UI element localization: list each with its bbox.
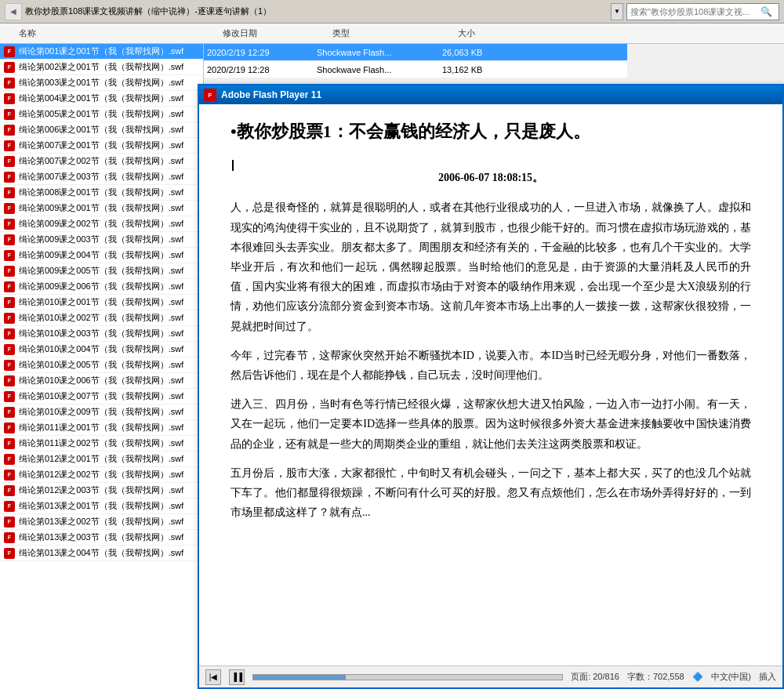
file-name-label: 缉论第010课之007节（我（我帮找网）.swf bbox=[19, 390, 183, 402]
file-name-label: 缉论第007课之003节（我（我帮找网）.swf bbox=[19, 171, 183, 183]
flash-titlebar: F Adobe Flash Player 11 bbox=[199, 85, 782, 104]
file-list-item[interactable]: F缉论第010课之001节（我（我帮找网）.swf bbox=[0, 295, 203, 310]
file-name-label: 缉论第010课之003节（我（我帮找网）.swf bbox=[19, 328, 183, 339]
file-name-label: 缉论第009课之002节（我（我帮找网）.swf bbox=[19, 218, 183, 230]
file-name-label: 缉论第013课之002节（我（我帮找网）.swf bbox=[19, 516, 183, 528]
file-2-date: 2020/2/19 12:28 bbox=[207, 65, 317, 74]
flash-para-2: 今年，过完春节，这帮家伙突然开始不断骚扰本ID，说要入市。本ID当时已经无暇分身… bbox=[230, 346, 751, 385]
file-list-item[interactable]: F缉论第007课之001节（我（我帮找网）.swf bbox=[0, 138, 203, 154]
file-list-item[interactable]: F缉论第007课之003节（我（我帮找网）.swf bbox=[0, 169, 203, 185]
file-name-label: 缉论第003课之001节（我（我帮找网）.swf bbox=[19, 77, 183, 89]
file-name-label: 缉论第010课之004节（我（我帮找网）.swf bbox=[19, 343, 183, 355]
file-list-item[interactable]: F缉论第009课之006节（我（我帮找网）.swf bbox=[0, 279, 203, 295]
file-detail-row-2[interactable]: 2020/2/19 12:28 Shockwave Flash... 13,16… bbox=[204, 61, 627, 78]
col-size-header[interactable]: 大小 bbox=[458, 27, 536, 39]
status-prev-btn[interactable]: |◀ bbox=[205, 669, 221, 685]
file-list-item[interactable]: F缉论第003课之001节（我（我帮找网）.swf bbox=[0, 75, 203, 91]
file-list-item[interactable]: F缉论第004课之001节（我（我帮找网）.swf bbox=[0, 91, 203, 107]
swf-file-icon: F bbox=[3, 187, 16, 199]
file-name-label: 缉论第011课之001节（我（我帮找网）.swf bbox=[19, 422, 183, 433]
file-list-item[interactable]: F缉论第009课之002节（我（我帮找网）.swf bbox=[0, 216, 203, 232]
file-name-label: 缉论第009课之004节（我（我帮找网）.swf bbox=[19, 249, 183, 261]
file-list-item[interactable]: F缉论第013课之001节（我（我帮找网）.swf bbox=[0, 499, 203, 514]
file-name-label: 缉论第010课之006节（我（我帮找网）.swf bbox=[19, 375, 183, 386]
file-name-label: 缉论第013课之001节（我（我帮找网）.swf bbox=[19, 500, 183, 512]
flash-title-text: Adobe Flash Player 11 bbox=[221, 89, 778, 100]
flash-statusbar: |◀ ▐▐ 页面: 20/816 字数：702,558 🔷 中文(中国) 插入 bbox=[199, 665, 782, 687]
title-dropdown[interactable]: ▼ bbox=[611, 3, 623, 20]
file-list-item[interactable]: F缉论第009课之001节（我（我帮找网）.swf bbox=[0, 201, 203, 216]
status-words: 字数：702,558 bbox=[627, 671, 684, 683]
search-icon[interactable]: 🔍 bbox=[760, 5, 772, 18]
swf-file-icon: F bbox=[3, 202, 16, 215]
swf-file-icon: F bbox=[3, 422, 16, 434]
file-list-item[interactable]: F缉论第009课之004节（我（我帮找网）.swf bbox=[0, 248, 203, 263]
file-name-label: 缉论第013课之004节（我（我帮找网）.swf bbox=[19, 547, 183, 559]
file-list-item[interactable]: F缉论第012课之001节（我（我帮找网）.swf bbox=[0, 451, 203, 467]
title-bar: ◀ 教你炒股票108课课文视频讲解（缩中说禅）-逐课逐句讲解（1） ▼ 🔍 bbox=[0, 0, 784, 24]
file-list-item[interactable]: F缉论第013课之004节（我（我帮找网）.swf bbox=[0, 546, 203, 561]
search-input[interactable] bbox=[630, 7, 760, 16]
file-list-item[interactable]: F缉论第010课之005节（我（我帮找网）.swf bbox=[0, 357, 203, 373]
file-list-item[interactable]: F缉论第008课之001节（我（我帮找网）.swf bbox=[0, 185, 203, 201]
flash-cursor bbox=[232, 160, 234, 171]
file-list-item[interactable]: F缉论第012课之002节（我（我帮找网）.swf bbox=[0, 467, 203, 483]
col-date-header[interactable]: 修改日期 bbox=[223, 27, 332, 39]
file-list-item[interactable]: F缉论第010课之004节（我（我帮找网）.swf bbox=[0, 342, 203, 357]
file-1-type: Shockwave Flash... bbox=[317, 48, 442, 57]
status-mode: 插入 bbox=[759, 671, 776, 683]
file-list-item[interactable]: F缉论第010课之007节（我（我帮找网）.swf bbox=[0, 389, 203, 404]
file-list-item[interactable]: F缉论第013课之003节（我（我帮找网）.swf bbox=[0, 530, 203, 546]
status-language: 中文(中国) bbox=[711, 671, 751, 683]
status-progress-bar[interactable] bbox=[252, 674, 563, 680]
col-type-header[interactable]: 类型 bbox=[332, 27, 458, 39]
col-name-header[interactable]: 名称 bbox=[19, 27, 223, 39]
swf-file-icon: F bbox=[3, 108, 16, 121]
swf-file-icon: F bbox=[3, 234, 16, 246]
swf-file-icon: F bbox=[3, 124, 16, 136]
flash-para-1: 人，总是很奇怪的，就算是很聪明的人，或者在其他行业很成功的人，一旦进入市场，就像… bbox=[230, 198, 751, 335]
file-detail-row-1[interactable]: 2020/2/19 12:29 Shockwave Flash... 26,06… bbox=[204, 44, 627, 61]
file-list-item[interactable]: F缉论第013课之002节（我（我帮找网）.swf bbox=[0, 514, 203, 530]
file-list-item[interactable]: F缉论第009课之005节（我（我帮找网）.swf bbox=[0, 263, 203, 279]
swf-file-icon: F bbox=[3, 359, 16, 372]
file-list-item[interactable]: F缉论第006课之001节（我（我帮找网）.swf bbox=[0, 122, 203, 138]
file-name-label: 缉论第002课之001节（我（我帮找网）.swf bbox=[19, 61, 183, 73]
file-2-type: Shockwave Flash... bbox=[317, 65, 442, 74]
file-details-panel: 2020/2/19 12:29 Shockwave Flash... 26,06… bbox=[204, 44, 627, 77]
file-list-item[interactable]: F缉论第010课之006节（我（我帮找网）.swf bbox=[0, 373, 203, 389]
file-name-label: 缉论第012课之002节（我（我帮找网）.swf bbox=[19, 469, 183, 480]
swf-file-icon: F bbox=[3, 171, 16, 183]
file-list-item[interactable]: F缉论第010课之002节（我（我帮找网）.swf bbox=[0, 310, 203, 326]
file-list-item[interactable]: F缉论第011课之001节（我（我帮找网）.swf bbox=[0, 420, 203, 436]
file-name-label: 缉论第006课之001节（我（我帮找网）.swf bbox=[19, 124, 183, 136]
nav-back[interactable]: ◀ bbox=[5, 3, 22, 20]
file-list-item[interactable]: F缉论第001课之001节（我（我帮找网）.swf bbox=[0, 44, 203, 60]
swf-file-icon: F bbox=[3, 390, 16, 403]
swf-file-icon: F bbox=[3, 469, 16, 481]
swf-file-icon: F bbox=[3, 296, 16, 309]
swf-file-icon: F bbox=[3, 547, 16, 560]
file-list-item[interactable]: F缉论第009课之003节（我（我帮找网）.swf bbox=[0, 232, 203, 248]
column-headers: 名称 修改日期 类型 大小 bbox=[0, 24, 784, 44]
file-list-item[interactable]: F缉论第010课之009节（我（我帮找网）.swf bbox=[0, 404, 203, 420]
file-name-label: 缉论第010课之005节（我（我帮找网）.swf bbox=[19, 359, 183, 371]
file-list-item[interactable]: F缉论第011课之002节（我（我帮找网）.swf bbox=[0, 436, 203, 451]
swf-file-icon: F bbox=[3, 45, 16, 58]
file-list-item[interactable]: F缉论第002课之001节（我（我帮找网）.swf bbox=[0, 60, 203, 75]
file-2-size: 13,162 KB bbox=[442, 65, 521, 74]
file-name-label: 缉论第007课之001节（我（我帮找网）.swf bbox=[19, 140, 183, 151]
file-1-size: 26,063 KB bbox=[442, 48, 521, 57]
status-flag: 🔷 bbox=[692, 672, 703, 682]
file-name-label: 缉论第009课之006节（我（我帮找网）.swf bbox=[19, 281, 183, 292]
file-list-item[interactable]: F缉论第007课之002节（我（我帮找网）.swf bbox=[0, 154, 203, 169]
status-play-btn[interactable]: ▐▐ bbox=[229, 669, 245, 685]
swf-file-icon: F bbox=[3, 77, 16, 89]
file-list-item[interactable]: F缉论第005课之001节（我（我帮找网）.swf bbox=[0, 107, 203, 122]
flash-player-window: F Adobe Flash Player 11 •教你炒股票1：不会赢钱的经济人… bbox=[198, 84, 784, 689]
file-list-item[interactable]: F缉论第012课之003节（我（我帮找网）.swf bbox=[0, 483, 203, 499]
file-list-item[interactable]: F缉论第010课之003节（我（我帮找网）.swf bbox=[0, 326, 203, 342]
file-name-label: 缉论第010课之002节（我（我帮找网）.swf bbox=[19, 312, 183, 324]
flash-content[interactable]: •教你炒股票1：不会赢钱的经济人，只是废人。 2006-06-07 18:08:… bbox=[199, 104, 782, 665]
file-name-label: 缉论第010课之009节（我（我帮找网）.swf bbox=[19, 406, 183, 418]
